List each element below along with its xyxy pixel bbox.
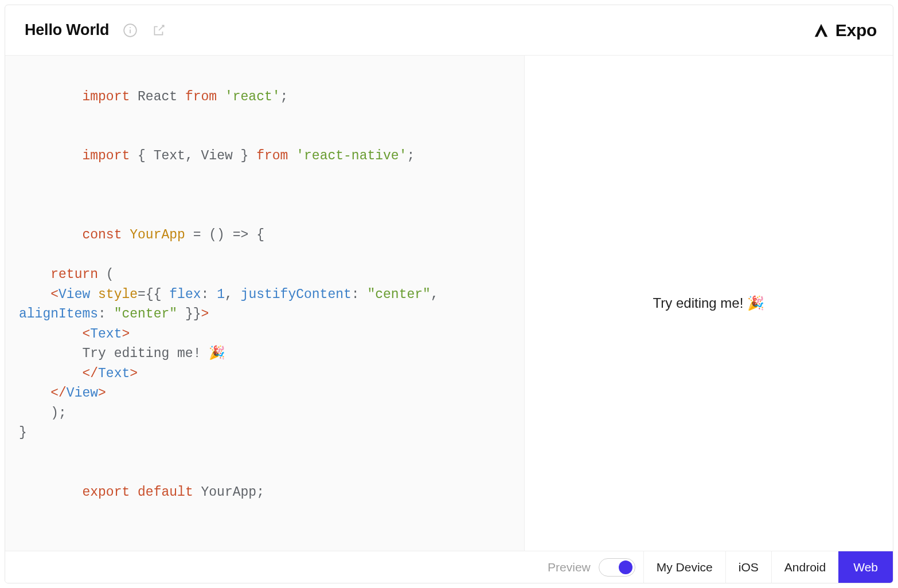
punct: (): [209, 228, 225, 242]
punct: ,: [431, 287, 439, 302]
external-link-icon[interactable]: [151, 23, 166, 38]
svg-point-2: [130, 27, 131, 28]
punct: ;: [407, 148, 415, 163]
punct: :: [352, 287, 360, 302]
prop-key: flex: [169, 287, 201, 302]
kw-return: return: [50, 267, 98, 282]
snack-title: Hello World: [25, 21, 109, 39]
preview-toggle-group: Preview: [540, 551, 643, 583]
punct: );: [50, 406, 67, 421]
punct: :: [98, 307, 106, 322]
expo-logo-icon: [813, 22, 830, 39]
string: 'react-native': [296, 148, 407, 163]
indent: [19, 406, 50, 421]
toggle-thumb: [619, 560, 632, 574]
brand-label: Expo: [835, 21, 877, 40]
ident: Text: [154, 148, 185, 163]
tab-my-device[interactable]: My Device: [643, 551, 725, 583]
tab-web[interactable]: Web: [838, 551, 893, 583]
punct: }}: [185, 307, 201, 322]
jsx-text: Try editing me! 🎉: [82, 346, 225, 361]
preview-toggle[interactable]: [599, 558, 635, 577]
kw-import: import: [82, 148, 130, 163]
punct: =: [138, 287, 146, 302]
tag-open: <: [50, 287, 58, 302]
tag-open: </: [50, 386, 67, 401]
indent: [19, 267, 50, 282]
ident: View: [201, 148, 233, 163]
kw-default: default: [138, 485, 193, 500]
ident: YourApp: [201, 485, 257, 500]
tag-attr: style: [98, 287, 138, 302]
preview-text: Try editing me! 🎉: [653, 295, 765, 311]
kw-import: import: [82, 89, 130, 104]
main-split: import React from 'react'; import { Text…: [5, 56, 893, 551]
prop-key: justifyContent: [241, 287, 352, 302]
punct: (: [106, 267, 114, 282]
tag-name: Text: [90, 327, 122, 342]
indent: [19, 287, 50, 302]
kw-from: from: [185, 89, 217, 104]
ident: React: [138, 89, 177, 104]
tag-close: >: [98, 386, 106, 401]
punct: }: [19, 425, 27, 440]
string: "center": [367, 287, 430, 302]
app-preview: Try editing me! 🎉: [525, 56, 893, 551]
header: Hello World Expo: [5, 5, 893, 56]
punct: ,: [185, 148, 193, 163]
indent: [19, 327, 82, 342]
snack-container: Hello World Expo: [5, 5, 893, 583]
punct: =>: [233, 228, 249, 242]
tag-close: >: [122, 327, 130, 342]
kw-const: const: [82, 228, 122, 242]
indent: [19, 366, 82, 381]
header-left: Hello World: [25, 21, 166, 39]
tag-close: >: [130, 366, 138, 381]
punct: {: [138, 148, 146, 163]
code-editor[interactable]: import React from 'react'; import { Text…: [5, 56, 525, 551]
info-icon[interactable]: [123, 23, 138, 38]
tab-android[interactable]: Android: [771, 551, 838, 583]
tag-open: </: [82, 366, 98, 381]
kw-from: from: [256, 148, 288, 163]
punct: ;: [280, 89, 288, 104]
tab-ios[interactable]: iOS: [725, 551, 771, 583]
brand[interactable]: Expo: [813, 21, 877, 40]
number: 1: [217, 287, 225, 302]
indent: [19, 386, 50, 401]
string: "center": [114, 307, 177, 322]
prop-key: alignItems: [19, 307, 98, 322]
tag-name: View: [67, 386, 98, 401]
punct: =: [193, 228, 201, 242]
tag-open: <: [82, 327, 90, 342]
tag-name: Text: [98, 366, 130, 381]
platform-tabs: My Device iOS Android Web: [643, 551, 893, 583]
punct: {{: [146, 287, 162, 302]
string: 'react': [225, 89, 280, 104]
punct: }: [241, 148, 249, 163]
preview-label: Preview: [548, 560, 591, 574]
tag-close: >: [201, 307, 209, 322]
punct: :: [201, 287, 209, 302]
punct: {: [256, 228, 264, 242]
ident-decl: YourApp: [130, 228, 185, 242]
tag-name: View: [58, 287, 90, 302]
indent: [19, 346, 82, 361]
punct: ,: [225, 287, 233, 302]
kw-export: export: [82, 485, 130, 500]
footer: Preview My Device iOS Android Web: [5, 551, 893, 583]
punct: ;: [256, 485, 264, 500]
